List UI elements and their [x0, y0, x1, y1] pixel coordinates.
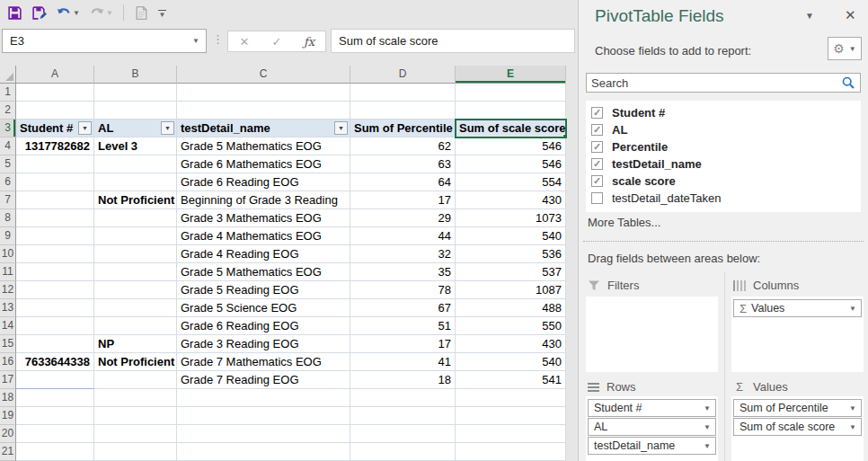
cell-D18[interactable]	[350, 389, 456, 407]
cell-B3[interactable]: AL▼	[94, 120, 177, 137]
cell-E12[interactable]: 1087	[456, 281, 566, 299]
values-drop-area[interactable]: Sum of Percentile▼Sum of scale score▼	[731, 396, 864, 461]
cell-B7[interactable]: Not Proficient	[94, 191, 177, 209]
cell-E20[interactable]	[456, 425, 566, 443]
cell-B16[interactable]: Not Proficient	[94, 353, 177, 371]
cell-D1[interactable]	[350, 84, 456, 102]
field-item-testdetail-datetaken[interactable]: testDetail_dateTaken	[586, 190, 861, 207]
cell-A4[interactable]: 1317782682	[16, 137, 94, 155]
cell-B1[interactable]	[94, 84, 177, 102]
cell-D9[interactable]: 44	[350, 227, 456, 245]
column-header-E[interactable]: E	[456, 66, 566, 84]
filter-dropdown-icon[interactable]: ▼	[334, 121, 348, 135]
cell-B4[interactable]: Level 3	[94, 137, 177, 155]
cell-D21[interactable]	[350, 443, 456, 461]
cell-C15[interactable]: Grade 3 Reading EOG	[177, 335, 350, 353]
row-header-18[interactable]: 18	[0, 389, 16, 407]
search-input[interactable]	[587, 76, 842, 90]
cell-D14[interactable]: 51	[350, 317, 456, 335]
unchecked-checkbox-icon[interactable]	[591, 192, 603, 204]
undo-button[interactable]: ▼	[53, 3, 83, 22]
cell-E18[interactable]	[456, 389, 566, 407]
cell-B10[interactable]	[94, 245, 177, 263]
cell-D11[interactable]: 35	[350, 263, 456, 281]
cell-E8[interactable]: 1073	[456, 209, 566, 227]
field-item-scale-score[interactable]: ✓scale score	[586, 173, 861, 190]
cell-C11[interactable]: Grade 5 Mathematics EOG	[177, 263, 350, 281]
cell-B12[interactable]	[94, 281, 177, 299]
cell-B13[interactable]	[94, 299, 177, 317]
cell-B18[interactable]	[94, 389, 177, 407]
row-header-14[interactable]: 14	[0, 317, 16, 335]
cell-B2[interactable]	[94, 102, 177, 120]
row-header-1[interactable]: 1	[0, 84, 16, 102]
cell-E6[interactable]: 554	[456, 173, 566, 191]
cell-A17[interactable]	[16, 371, 94, 389]
cell-D19[interactable]	[350, 407, 456, 425]
cell-B19[interactable]	[94, 407, 177, 425]
cell-C17[interactable]: Grade 7 Reading EOG	[177, 371, 350, 389]
checked-checkbox-icon[interactable]: ✓	[591, 175, 603, 187]
row-header-17[interactable]: 17	[0, 371, 16, 389]
cell-B14[interactable]	[94, 317, 177, 335]
cell-E13[interactable]: 488	[456, 299, 566, 317]
cell-C7[interactable]: Beginning of Grade 3 Reading	[177, 191, 350, 209]
cell-E16[interactable]: 540	[456, 353, 566, 371]
filters-drop-area[interactable]	[586, 297, 718, 372]
cell-A21[interactable]	[16, 443, 94, 461]
customize-quick-access-toolbar-icon[interactable]: ▼	[155, 3, 169, 22]
filter-dropdown-icon[interactable]: ▼	[78, 121, 92, 135]
pivot-area-chip-values[interactable]: ΣValues▼	[733, 299, 862, 317]
column-header-B[interactable]: B	[94, 66, 177, 84]
row-header-2[interactable]: 2	[0, 102, 16, 120]
column-header-A[interactable]: A	[16, 66, 94, 84]
field-item-testdetail-name[interactable]: ✓testDetail_name	[586, 155, 861, 173]
formula-input[interactable]	[332, 30, 574, 52]
cell-A6[interactable]	[16, 173, 94, 191]
cell-C14[interactable]: Grade 6 Reading EOG	[177, 317, 350, 335]
cell-C4[interactable]: Grade 5 Mathematics EOG	[177, 137, 350, 155]
formula-bar-grip[interactable]: ⋮	[212, 32, 224, 46]
row-header-4[interactable]: 4	[0, 137, 16, 155]
cell-C20[interactable]	[177, 425, 350, 443]
close-icon[interactable]: ✕	[845, 7, 856, 23]
redo-button[interactable]: ▼	[86, 3, 116, 22]
cell-C9[interactable]: Grade 4 Mathematics EOG	[177, 227, 350, 245]
cell-A12[interactable]	[16, 281, 94, 299]
pivot-area-chip-testdetail-name[interactable]: testDetail_name▼	[588, 437, 716, 455]
name-box-input[interactable]	[3, 34, 186, 48]
cell-D12[interactable]: 78	[350, 281, 456, 299]
columns-drop-area[interactable]: ΣValues▼	[731, 297, 864, 372]
chip-dropdown-icon[interactable]: ▼	[849, 305, 856, 313]
row-header-8[interactable]: 8	[0, 209, 16, 227]
row-header-16[interactable]: 16	[0, 353, 16, 371]
select-all-button[interactable]	[0, 66, 16, 84]
cell-D13[interactable]: 67	[350, 299, 456, 317]
cancel-icon[interactable]: ✕	[231, 35, 258, 49]
insert-function-icon[interactable]: ƒx	[296, 35, 323, 49]
checked-checkbox-icon[interactable]: ✓	[591, 107, 603, 119]
checked-checkbox-icon[interactable]: ✓	[591, 141, 603, 153]
undo-dropdown-icon[interactable]: ▼	[73, 9, 80, 17]
cell-A8[interactable]	[16, 209, 94, 227]
cell-E15[interactable]: 430	[456, 335, 566, 353]
cell-B5[interactable]	[94, 155, 177, 173]
row-header-19[interactable]: 19	[0, 407, 16, 425]
pivot-area-chip-sum-of-scale-score[interactable]: Sum of scale score▼	[733, 418, 862, 436]
cell-A13[interactable]	[16, 299, 94, 317]
cell-E1[interactable]	[456, 84, 566, 102]
rows-drop-area[interactable]: Student #▼AL▼testDetail_name▼	[586, 396, 718, 461]
cell-D2[interactable]	[350, 102, 456, 120]
document-icon[interactable]	[131, 3, 152, 22]
row-header-15[interactable]: 15	[0, 335, 16, 353]
cell-B8[interactable]	[94, 209, 177, 227]
cell-C5[interactable]: Grade 6 Mathematics EOG	[177, 155, 350, 173]
cell-C10[interactable]: Grade 4 Reading EOG	[177, 245, 350, 263]
cell-A9[interactable]	[16, 227, 94, 245]
row-header-12[interactable]: 12	[0, 281, 16, 299]
cell-B15[interactable]: NP	[94, 335, 177, 353]
chip-dropdown-icon[interactable]: ▼	[704, 442, 711, 450]
cell-E17[interactable]: 541	[456, 371, 566, 389]
cell-B20[interactable]	[94, 425, 177, 443]
cell-A11[interactable]	[16, 263, 94, 281]
